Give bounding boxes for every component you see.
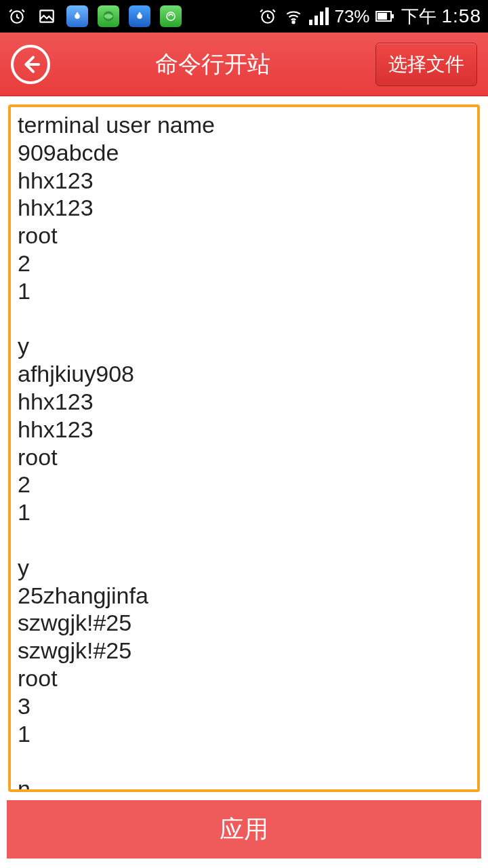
app-icon-3 (129, 5, 150, 27)
battery-percent: 73% (334, 6, 369, 27)
clock: 1:58 (442, 5, 482, 27)
app-icon-2 (98, 5, 119, 27)
svg-point-7 (167, 12, 175, 20)
app-icon-1 (66, 5, 88, 27)
svg-rect-6 (139, 12, 141, 16)
svg-rect-3 (77, 12, 79, 16)
wifi-icon (283, 6, 304, 26)
time-prefix: 下午 (401, 5, 436, 28)
terminal-textarea[interactable]: terminal user name 909abcde hhx123 hhx12… (8, 104, 480, 792)
apply-button[interactable]: 应用 (7, 800, 481, 859)
status-bar: 73% 下午 1:58 (0, 0, 488, 33)
back-button[interactable] (11, 45, 50, 84)
content: terminal user name 909abcde hhx123 hhx12… (0, 96, 488, 800)
alarm-icon-2 (258, 6, 278, 26)
image-icon (37, 6, 57, 26)
choose-file-button[interactable]: 选择文件 (375, 43, 477, 86)
svg-point-9 (293, 21, 295, 23)
battery-icon (375, 11, 392, 22)
signal-icon (309, 7, 329, 25)
app-header: 命令行开站 选择文件 (0, 33, 488, 96)
app-icon-4 (160, 5, 182, 27)
status-right: 73% 下午 1:58 (258, 5, 481, 28)
alarm-icon (7, 6, 27, 26)
status-left (7, 5, 182, 27)
page-title: 命令行开站 (155, 49, 270, 80)
